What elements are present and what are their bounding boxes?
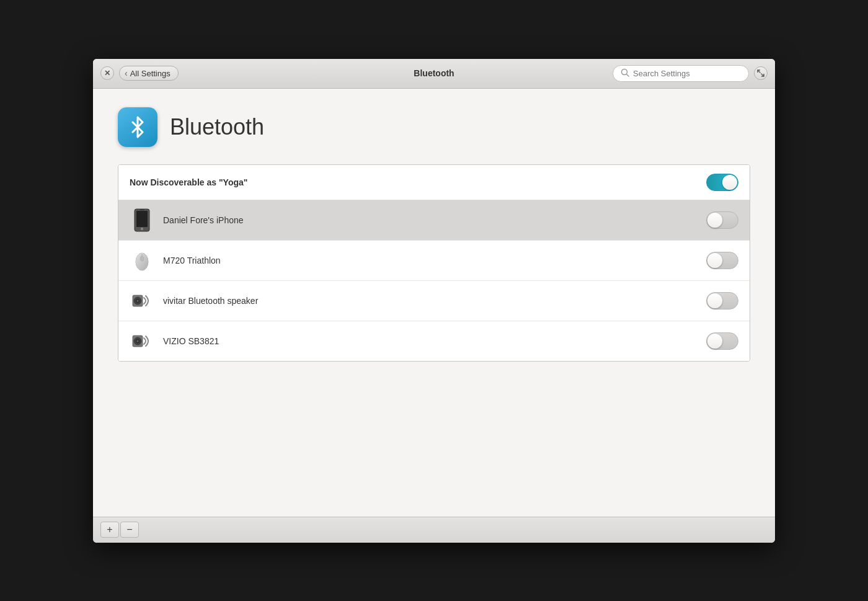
device-icon-phone <box>130 208 154 233</box>
page-header: Bluetooth <box>118 107 750 147</box>
titlebar: ✕ ‹ All Settings Bluetooth <box>93 59 775 89</box>
device-row[interactable]: VIZIO SB3821 <box>118 321 750 361</box>
svg-point-15 <box>137 300 139 301</box>
device-toggle[interactable] <box>706 332 738 350</box>
toggle-knob <box>707 253 722 268</box>
device-toggle[interactable] <box>706 252 738 269</box>
page-title: Bluetooth <box>170 114 264 140</box>
main-content: Bluetooth Now Discoverable as "Yoga" <box>93 89 775 517</box>
svg-rect-7 <box>140 209 144 210</box>
close-button[interactable]: ✕ <box>100 66 114 80</box>
device-icon-mouse <box>130 248 154 273</box>
device-row[interactable]: M720 Triathlon <box>118 241 750 281</box>
device-name: M720 Triathlon <box>163 256 698 265</box>
bottom-bar: + − <box>93 517 775 543</box>
back-button-label: All Settings <box>130 69 170 78</box>
device-toggle[interactable] <box>706 292 738 309</box>
chevron-left-icon: ‹ <box>125 68 128 78</box>
bluetooth-page-icon <box>118 107 157 147</box>
window-title: Bluetooth <box>414 68 454 78</box>
toggle-knob <box>722 175 737 190</box>
svg-point-6 <box>141 228 143 230</box>
discoverable-row: Now Discoverable as "Yoga" <box>118 165 750 200</box>
maximize-button[interactable] <box>754 66 768 80</box>
device-toggle[interactable] <box>706 211 738 229</box>
devices-container: Now Discoverable as "Yoga" Daniel Fore's… <box>118 164 750 362</box>
remove-device-button[interactable]: − <box>120 522 139 538</box>
titlebar-left: ✕ ‹ All Settings <box>100 66 179 81</box>
toggle-knob <box>707 334 722 349</box>
device-row[interactable]: vivitar Bluetooth speaker <box>118 281 750 321</box>
device-name: Daniel Fore's iPhone <box>163 215 698 225</box>
svg-rect-5 <box>136 211 148 227</box>
device-row[interactable]: Daniel Fore's iPhone <box>118 200 750 241</box>
toggle-knob <box>707 293 722 308</box>
toggle-knob <box>707 213 722 228</box>
discoverable-label: Now Discoverable as "Yoga" <box>130 177 247 187</box>
back-button[interactable]: ‹ All Settings <box>119 66 179 81</box>
settings-window: ✕ ‹ All Settings Bluetooth <box>93 59 775 543</box>
add-device-button[interactable]: + <box>100 522 119 538</box>
device-name: vivitar Bluetooth speaker <box>163 296 698 306</box>
svg-line-1 <box>627 74 629 76</box>
svg-point-11 <box>140 256 144 261</box>
search-box[interactable] <box>613 65 749 82</box>
device-icon-soundbar <box>130 329 154 354</box>
device-name: VIZIO SB3821 <box>163 336 698 346</box>
titlebar-right <box>613 65 768 82</box>
search-input[interactable] <box>633 69 741 78</box>
svg-point-19 <box>137 340 139 342</box>
discoverable-toggle[interactable] <box>706 174 738 191</box>
search-icon <box>621 68 629 79</box>
device-icon-speaker <box>130 288 154 313</box>
